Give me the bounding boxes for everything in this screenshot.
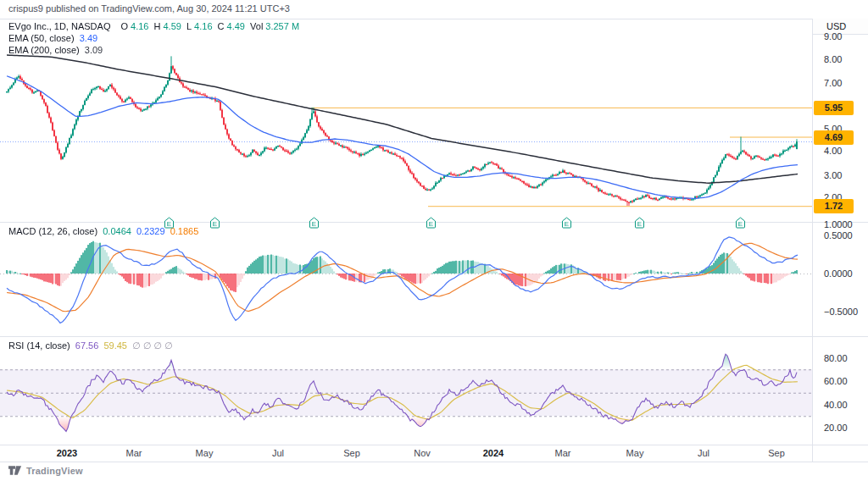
time-axis-month-label: May: [616, 448, 654, 458]
ema200-value: 3.09: [85, 45, 103, 55]
svg-text:E: E: [167, 220, 171, 228]
time-axis-month-label: May: [186, 448, 223, 458]
ohlc-l-label: L: [186, 21, 192, 31]
axis-tick-label: 0.5000: [824, 230, 853, 240]
time-axis-month-label: Sep: [758, 448, 795, 458]
time-axis-month-label: Mar: [544, 448, 581, 458]
svg-text:E: E: [429, 220, 433, 228]
axis-tick-label: 60.00: [824, 376, 848, 386]
time-axis-year-label: 2023: [48, 448, 86, 458]
earnings-marker[interactable]: E: [309, 217, 320, 229]
symbol-title[interactable]: EVgo Inc., 1D, NASDAQ: [8, 21, 110, 31]
time-axis-month-label: Jul: [685, 448, 722, 458]
price-level-badge: 1.72: [814, 199, 854, 213]
earnings-marker[interactable]: E: [634, 217, 645, 229]
ema200-legend[interactable]: EMA (200, close) 3.09: [8, 45, 105, 55]
macd-line-value: 0.2329: [136, 226, 165, 236]
pane-separator[interactable]: [0, 336, 868, 337]
earnings-marker[interactable]: E: [164, 217, 175, 229]
axis-tick-label: −0.5000: [824, 307, 858, 317]
price-level-badge: 5.95: [814, 101, 854, 115]
tradingview-logo-text: TradingView: [26, 466, 83, 476]
price-pane-canvas[interactable]: [0, 19, 812, 222]
rsi-empty-values: ∅ ∅ ∅ ∅: [132, 340, 173, 351]
time-axis-year-label: 2024: [475, 448, 512, 458]
svg-text:E: E: [312, 220, 316, 228]
volume-label: Vol: [250, 21, 263, 31]
axis-tick-label: 9.00: [824, 31, 842, 41]
axis-tick-label: 1.0000: [824, 219, 853, 229]
axis-tick-label: 3.00: [824, 170, 842, 180]
tradingview-footer[interactable]: TradingView: [8, 465, 83, 476]
axis-tick-label: 80.00: [824, 353, 848, 363]
svg-text:E: E: [738, 220, 743, 228]
axis-tick-label: 7.00: [824, 78, 842, 88]
ohlc-o-label: O: [121, 21, 129, 31]
axis-tick-label: 40.00: [824, 400, 848, 410]
rsi-pane-canvas[interactable]: [0, 337, 812, 445]
time-axis-month-label: Sep: [333, 448, 370, 458]
rsi-value: 67.56: [75, 340, 99, 351]
ohlc-h-value: 4.59: [164, 21, 181, 31]
bottom-divider: [0, 462, 868, 462]
ohlc-c-label: C: [218, 21, 225, 31]
macd-hist-value: 0.0464: [103, 226, 131, 236]
publish-info: crispus9 published on TradingView.com, A…: [8, 3, 290, 14]
volume-value: 3.257 M: [265, 21, 299, 31]
earnings-marker[interactable]: E: [561, 217, 572, 229]
svg-text:E: E: [637, 220, 642, 228]
ema200-label: EMA (200, close): [8, 45, 80, 55]
axis-tick-label: 20.00: [824, 423, 848, 433]
rsi-label: RSI (14, close): [8, 340, 70, 351]
earnings-marker[interactable]: E: [209, 217, 220, 229]
time-axis-month-label: Mar: [115, 448, 153, 458]
axis-tick-label: 8.00: [824, 54, 842, 64]
ema50-label: EMA (50, close): [8, 33, 75, 43]
time-axis-month-label: Nov: [403, 448, 441, 458]
ohlc-l-value: 4.16: [194, 21, 212, 31]
time-axis-divider: [0, 445, 868, 445]
svg-text:E: E: [565, 220, 569, 228]
tradingview-logo-icon: [8, 465, 22, 476]
time-axis-month-label: Jul: [259, 448, 297, 458]
ohlc-c-value: 4.49: [227, 21, 245, 31]
axis-tick-label: 4.00: [824, 146, 842, 156]
price-level-badge: 4.69: [814, 130, 854, 145]
rsi-ma-value: 59.45: [103, 340, 127, 351]
macd-pane-canvas[interactable]: [0, 223, 812, 336]
earnings-marker[interactable]: E: [735, 217, 746, 229]
svg-text:E: E: [213, 220, 217, 228]
ema50-legend[interactable]: EMA (50, close) 3.49: [8, 33, 100, 43]
rsi-legend[interactable]: RSI (14, close) 67.56 59.45 ∅ ∅ ∅ ∅: [8, 340, 175, 351]
axis-tick-label: 0.0000: [824, 268, 853, 279]
ohlc-h-label: H: [154, 21, 161, 31]
symbol-legend[interactable]: EVgo Inc., 1D, NASDAQ O4.16 H4.59 L4.16 …: [8, 21, 302, 31]
macd-label: MACD (12, 26, close): [8, 226, 97, 236]
earnings-marker[interactable]: E: [426, 217, 437, 229]
ema50-value: 3.49: [80, 33, 97, 43]
ohlc-o-value: 4.16: [131, 21, 148, 31]
tradingview-published-chart: crispus9 published on TradingView.com, A…: [0, 0, 868, 481]
